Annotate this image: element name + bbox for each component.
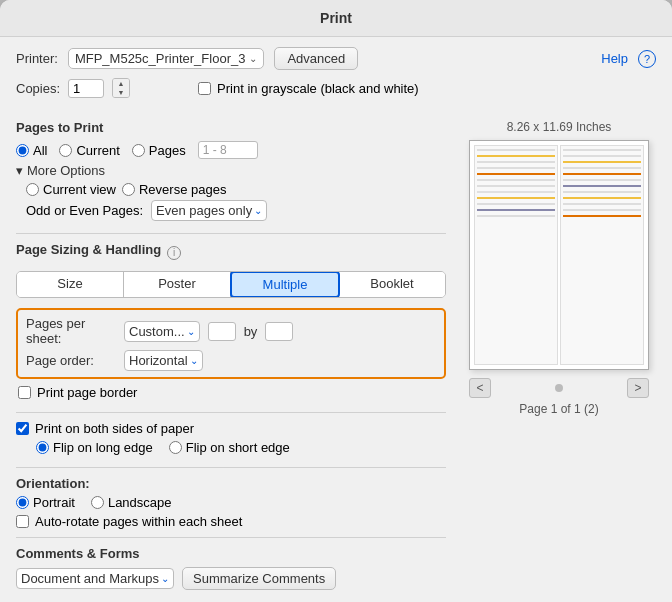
copies-input[interactable]: 1 bbox=[68, 79, 104, 98]
both-sides-label: Print on both sides of paper bbox=[35, 421, 194, 436]
comments-arrow-icon: ⌄ bbox=[161, 573, 169, 584]
by-text: by bbox=[244, 324, 258, 339]
comments-forms-title: Comments & Forms bbox=[16, 546, 446, 561]
copies-down-button[interactable]: ▼ bbox=[113, 88, 129, 97]
page-order-label: Page order: bbox=[26, 353, 116, 368]
tab-size[interactable]: Size bbox=[17, 272, 124, 297]
printer-arrow-icon: ⌄ bbox=[249, 53, 257, 64]
help-icon[interactable]: ? bbox=[638, 50, 656, 68]
sizing-section-title: Page Sizing & Handling bbox=[16, 242, 161, 257]
all-label: All bbox=[33, 143, 47, 158]
pages-per-sheet-value: Custom... bbox=[129, 324, 185, 339]
flip-short-label: Flip on short edge bbox=[186, 440, 290, 455]
more-options-toggle[interactable]: ▾ More Options bbox=[16, 163, 446, 178]
nav-dot bbox=[555, 384, 563, 392]
pages-radio[interactable] bbox=[132, 144, 145, 157]
printer-row: Printer: MFP_M525c_Printer_Floor_3 ⌄ Adv… bbox=[16, 47, 656, 70]
grayscale-checkbox[interactable] bbox=[198, 82, 211, 95]
tab-bar: Size Poster Multiple Booklet bbox=[16, 271, 446, 298]
preview-nav: < > bbox=[469, 378, 649, 398]
prev-page-button[interactable]: < bbox=[469, 378, 491, 398]
odd-even-value: Even pages only bbox=[156, 203, 252, 218]
main-content: Pages to Print All Current Pages 1 - 8 bbox=[0, 108, 672, 602]
orientation-section: Orientation: Portrait Landscape Auto-rot… bbox=[16, 476, 446, 529]
all-radio[interactable] bbox=[16, 144, 29, 157]
pages-per-sheet-arrow-icon: ⌄ bbox=[187, 326, 195, 337]
pages-range: 1 - 8 bbox=[198, 141, 258, 159]
expand-icon: ▾ bbox=[16, 163, 23, 178]
all-radio-item[interactable]: All bbox=[16, 143, 47, 158]
current-view-label: Current view bbox=[43, 182, 116, 197]
flip-long-label: Flip on long edge bbox=[53, 440, 153, 455]
current-radio-item[interactable]: Current bbox=[59, 143, 119, 158]
pages-to-print-section: Pages to Print All Current Pages 1 - 8 bbox=[16, 120, 446, 221]
more-options-label: More Options bbox=[27, 163, 105, 178]
summarize-button[interactable]: Summarize Comments bbox=[182, 567, 336, 590]
comments-forms-section: Comments & Forms Document and Markups ⌄ … bbox=[16, 546, 446, 590]
grayscale-label: Print in grayscale (black and white) bbox=[217, 81, 419, 96]
info-icon[interactable]: i bbox=[167, 246, 181, 260]
flip-short-item[interactable]: Flip on short edge bbox=[169, 440, 290, 455]
tab-booklet[interactable]: Booklet bbox=[339, 272, 445, 297]
flip-long-item[interactable]: Flip on long edge bbox=[36, 440, 153, 455]
page-order-value: Horizontal bbox=[129, 353, 188, 368]
flip-short-radio[interactable] bbox=[169, 441, 182, 454]
printer-select[interactable]: MFP_M525c_Printer_Floor_3 ⌄ bbox=[68, 48, 265, 69]
comments-row: Document and Markups ⌄ Summarize Comment… bbox=[16, 567, 446, 590]
page-order-row: Page order: Horizontal ⌄ bbox=[26, 350, 436, 371]
copies-row: Copies: 1 ▲ ▼ Print in grayscale (black … bbox=[16, 78, 656, 98]
page-sizing-section: Page Sizing & Handling i Size Poster Mul… bbox=[16, 242, 446, 400]
rows-input[interactable]: 2 bbox=[265, 322, 293, 341]
current-radio[interactable] bbox=[59, 144, 72, 157]
tab-poster[interactable]: Poster bbox=[124, 272, 231, 297]
page-indicator: Page 1 of 1 (2) bbox=[519, 402, 598, 416]
copies-stepper: ▲ ▼ bbox=[112, 78, 130, 98]
portrait-item[interactable]: Portrait bbox=[16, 495, 75, 510]
pages-section-title: Pages to Print bbox=[16, 120, 446, 135]
pages-radio-item[interactable]: Pages bbox=[132, 143, 186, 158]
page-order-select[interactable]: Horizontal ⌄ bbox=[124, 350, 203, 371]
cols-input[interactable]: 2 bbox=[208, 322, 236, 341]
flip-long-radio[interactable] bbox=[36, 441, 49, 454]
preview-page-right bbox=[560, 145, 644, 365]
print-border-row: Print page border bbox=[16, 385, 446, 400]
reverse-pages-label: Reverse pages bbox=[139, 182, 226, 197]
next-page-button[interactable]: > bbox=[627, 378, 649, 398]
print-dialog: Print Printer: MFP_M525c_Printer_Floor_3… bbox=[0, 0, 672, 602]
comments-select[interactable]: Document and Markups ⌄ bbox=[16, 568, 174, 589]
current-view-item[interactable]: Current view bbox=[26, 182, 116, 197]
portrait-label: Portrait bbox=[33, 495, 75, 510]
preview-page-left bbox=[474, 145, 558, 365]
divider-1 bbox=[16, 233, 446, 234]
both-sides-checkbox[interactable] bbox=[16, 422, 29, 435]
view-reverse-row: Current view Reverse pages bbox=[26, 182, 446, 197]
reverse-pages-item[interactable]: Reverse pages bbox=[122, 182, 226, 197]
portrait-radio[interactable] bbox=[16, 496, 29, 509]
landscape-item[interactable]: Landscape bbox=[91, 495, 172, 510]
printer-label: Printer: bbox=[16, 51, 58, 66]
odd-even-arrow-icon: ⌄ bbox=[254, 205, 262, 216]
pages-per-sheet-select[interactable]: Custom... ⌄ bbox=[124, 321, 200, 342]
help-link[interactable]: Help bbox=[601, 51, 628, 66]
orientation-title: Orientation: bbox=[16, 476, 90, 491]
odd-even-select[interactable]: Even pages only ⌄ bbox=[151, 200, 267, 221]
pages-label: Pages bbox=[149, 143, 186, 158]
preview-lines-left bbox=[475, 146, 557, 364]
reverse-pages-radio[interactable] bbox=[122, 183, 135, 196]
current-view-radio[interactable] bbox=[26, 183, 39, 196]
landscape-radio[interactable] bbox=[91, 496, 104, 509]
printer-value: MFP_M525c_Printer_Floor_3 bbox=[75, 51, 246, 66]
advanced-button[interactable]: Advanced bbox=[274, 47, 358, 70]
copies-label: Copies: bbox=[16, 81, 60, 96]
both-sides-section: Print on both sides of paper Flip on lon… bbox=[16, 421, 446, 455]
odd-even-label: Odd or Even Pages: bbox=[26, 203, 143, 218]
page-order-arrow-icon: ⌄ bbox=[190, 355, 198, 366]
print-border-checkbox[interactable] bbox=[18, 386, 31, 399]
preview-box bbox=[469, 140, 649, 370]
copies-up-button[interactable]: ▲ bbox=[113, 79, 129, 88]
divider-3 bbox=[16, 467, 446, 468]
autorotate-checkbox[interactable] bbox=[16, 515, 29, 528]
tab-multiple[interactable]: Multiple bbox=[230, 271, 340, 298]
pages-radio-row: All Current Pages 1 - 8 bbox=[16, 141, 446, 159]
dialog-title: Print bbox=[320, 10, 352, 26]
